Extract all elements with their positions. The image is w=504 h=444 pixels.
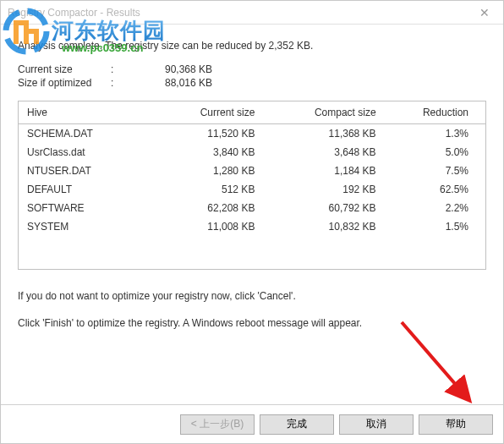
titlebar: Registry Compactor - Results ✕: [1, 1, 503, 25]
cell-compact: 192 KB: [271, 180, 392, 199]
cell-hive: UsrClass.dat: [19, 143, 151, 162]
table-row[interactable]: SYSTEM11,008 KB10,832 KB1.5%: [19, 217, 485, 236]
cell-hive: DEFAULT: [19, 180, 151, 199]
stat-optimized-value: 88,016 KB: [136, 77, 212, 89]
table-row[interactable]: UsrClass.dat3,840 KB3,648 KB5.0%: [19, 143, 485, 162]
colon: :: [111, 63, 136, 75]
cell-reduction: 1.3%: [393, 124, 485, 144]
header-reduction: Reduction: [393, 101, 485, 124]
cell-hive: NTUSER.DAT: [19, 162, 151, 180]
hint-block: If you do not want to optimize your regi…: [18, 288, 486, 331]
stat-optimized-row: Size if optimized : 88,016 KB: [18, 77, 486, 89]
button-bar: < 上一步(B) 完成 取消 帮助: [1, 404, 503, 443]
stat-optimized-label: Size if optimized: [18, 77, 111, 89]
hint-finish: Click 'Finish' to optimize the registry.…: [18, 315, 486, 331]
cell-current: 11,008 KB: [151, 217, 271, 236]
stat-current-value: 90,368 KB: [136, 63, 212, 75]
finish-button[interactable]: 完成: [260, 414, 334, 435]
table-row[interactable]: SOFTWARE62,208 KB60,792 KB2.2%: [19, 199, 485, 217]
cell-hive: SOFTWARE: [19, 199, 151, 217]
cell-current: 3,840 KB: [151, 143, 271, 162]
stat-current-label: Current size: [18, 63, 111, 75]
results-table-container: Hive Current size Compact size Reduction…: [18, 101, 486, 270]
header-compact: Compact size: [271, 101, 392, 124]
close-icon: ✕: [479, 6, 490, 19]
results-table: Hive Current size Compact size Reduction…: [19, 101, 485, 236]
cancel-button[interactable]: 取消: [339, 414, 414, 435]
hint-cancel: If you do not want to optimize your regi…: [18, 288, 486, 304]
close-button[interactable]: ✕: [466, 1, 503, 25]
header-hive: Hive: [19, 101, 151, 124]
cell-current: 1,280 KB: [151, 162, 271, 180]
help-button[interactable]: 帮助: [419, 414, 493, 435]
back-button: < 上一步(B): [180, 414, 255, 435]
table-header-row: Hive Current size Compact size Reduction: [19, 101, 485, 124]
header-current: Current size: [151, 101, 271, 124]
content-area: Analysis complete. The registry size can…: [1, 25, 503, 351]
cell-compact: 60,792 KB: [271, 199, 392, 217]
cell-current: 512 KB: [151, 180, 271, 199]
cell-hive: SYSTEM: [19, 217, 151, 236]
cell-compact: 11,368 KB: [271, 124, 392, 144]
cell-reduction: 1.5%: [393, 217, 485, 236]
cell-compact: 10,832 KB: [271, 217, 392, 236]
table-row[interactable]: DEFAULT512 KB192 KB62.5%: [19, 180, 485, 199]
cell-current: 11,520 KB: [151, 124, 271, 144]
cell-hive: SCHEMA.DAT: [19, 124, 151, 144]
table-row[interactable]: SCHEMA.DAT11,520 KB11,368 KB1.3%: [19, 124, 485, 144]
stat-current-row: Current size : 90,368 KB: [18, 63, 486, 75]
window-title: Registry Compactor - Results: [8, 7, 140, 19]
cell-compact: 1,184 KB: [271, 162, 392, 180]
cell-reduction: 5.0%: [393, 143, 485, 162]
cell-compact: 3,648 KB: [271, 143, 392, 162]
dialog-window: Registry Compactor - Results ✕ Analysis …: [0, 0, 504, 444]
cell-reduction: 62.5%: [393, 180, 485, 199]
cell-reduction: 7.5%: [393, 162, 485, 180]
cell-reduction: 2.2%: [393, 199, 485, 217]
table-row[interactable]: NTUSER.DAT1,280 KB1,184 KB7.5%: [19, 162, 485, 180]
summary-text: Analysis complete. The registry size can…: [18, 40, 486, 52]
cell-current: 62,208 KB: [151, 199, 271, 217]
colon: :: [111, 77, 136, 89]
